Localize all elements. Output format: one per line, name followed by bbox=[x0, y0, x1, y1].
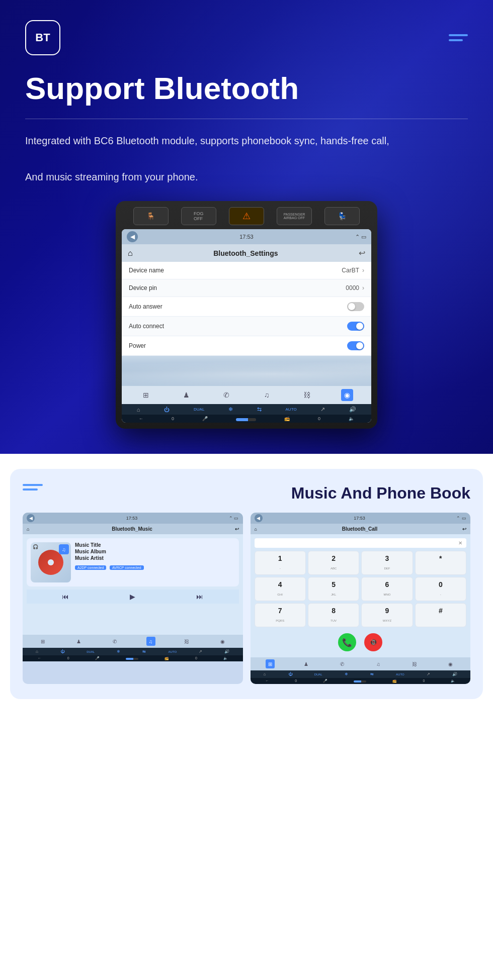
menu-icon[interactable] bbox=[449, 34, 468, 41]
mp-screens-row: ◀ 17:53 ⌃ ▭ ⌂ Bluetooth_Music ↩ 🎧 bbox=[23, 513, 470, 684]
pe-progress bbox=[354, 680, 366, 682]
back-arrow-icon[interactable]: ↩ bbox=[359, 248, 365, 258]
bottom-route-icon[interactable]: ↗ bbox=[320, 406, 325, 413]
nav-person-icon[interactable]: ♟ bbox=[180, 389, 192, 401]
mb-home[interactable]: ⌂ bbox=[36, 649, 38, 654]
headphone-icon: 🎧 bbox=[32, 543, 39, 550]
car-btn-5: 💺 bbox=[324, 207, 360, 225]
screen-back-btn[interactable]: ◀ bbox=[127, 231, 138, 242]
pb-vol[interactable]: 🔊 bbox=[452, 672, 457, 676]
mp-menu-line-2 bbox=[23, 488, 38, 491]
call-btn[interactable]: 📞 bbox=[338, 633, 356, 651]
bottom-snow-icon[interactable]: ❄ bbox=[228, 406, 233, 413]
next-btn[interactable]: ⏭ bbox=[196, 593, 203, 601]
phone-clear-btn[interactable]: ✕ bbox=[458, 540, 462, 546]
music-back-arrow[interactable]: ↩ bbox=[235, 526, 239, 532]
dial-key-7[interactable]: 7 PQRS bbox=[255, 603, 306, 627]
pb-power[interactable]: ⏻ bbox=[288, 672, 292, 676]
dial-key-1[interactable]: 1 - bbox=[255, 551, 306, 575]
dial-key-9[interactable]: 9 WXYZ bbox=[361, 603, 413, 627]
seat2-icon: 💺 bbox=[338, 212, 347, 220]
mn-music-icon[interactable]: ♫ bbox=[146, 637, 155, 646]
mb-route[interactable]: ↗ bbox=[199, 649, 202, 654]
pn-person-icon[interactable]: ♟ bbox=[302, 659, 311, 668]
mb-power[interactable]: ⏻ bbox=[60, 649, 64, 654]
prev-btn[interactable]: ⏮ bbox=[62, 593, 69, 601]
phone-home-icon: ⌂ bbox=[255, 527, 257, 532]
pn-link-icon[interactable]: ⛓ bbox=[410, 659, 419, 668]
device-pin-label: Device pin bbox=[129, 284, 157, 291]
mb-vol[interactable]: 🔊 bbox=[224, 649, 229, 654]
car-display: 🪑 FOGOFF ⚠ PASSENGERAIRBAG OFF 💺 bbox=[25, 201, 468, 429]
me-back[interactable]: ← bbox=[38, 656, 41, 660]
album-container: 🎧 ♫ bbox=[31, 542, 71, 582]
dial-key-hash[interactable]: # bbox=[415, 603, 466, 627]
dial-key-5[interactable]: 5 JKL bbox=[308, 577, 359, 601]
music-home-icon: ⌂ bbox=[27, 527, 29, 532]
nav-bluetooth-icon[interactable]: ◉ bbox=[341, 389, 353, 401]
nav-grid-icon[interactable]: ⊞ bbox=[140, 389, 152, 401]
mb-snow[interactable]: ❄ bbox=[117, 649, 120, 654]
bottom-arrows-icon[interactable]: ⇆ bbox=[257, 406, 262, 413]
menu-line-1 bbox=[449, 34, 468, 36]
pb-arrows[interactable]: ⇆ bbox=[370, 672, 374, 676]
nav-phone-icon[interactable]: ✆ bbox=[220, 389, 232, 401]
car-btn-1: 🪑 bbox=[133, 207, 169, 225]
pe-back[interactable]: ← bbox=[265, 679, 269, 683]
settings-row-device-name: Device name CarBT › bbox=[122, 262, 371, 279]
nav-link-icon[interactable]: ⛓ bbox=[301, 389, 313, 401]
phone-back-btn[interactable]: ◀ bbox=[255, 514, 263, 522]
music-artist-text: Music Artist bbox=[75, 555, 235, 561]
dial-key-8[interactable]: 8 TUV bbox=[308, 603, 359, 627]
auto-connect-toggle[interactable] bbox=[347, 322, 364, 331]
music-back-btn[interactable]: ◀ bbox=[27, 514, 35, 522]
pb-snow[interactable]: ❄ bbox=[345, 672, 348, 676]
music-note-badge: ♫ bbox=[59, 544, 69, 554]
play-btn[interactable]: ▶ bbox=[130, 593, 135, 601]
nav-music-icon[interactable]: ♫ bbox=[261, 389, 273, 401]
me-vol[interactable]: 🔈 bbox=[223, 656, 228, 660]
mn-phone-icon[interactable]: ✆ bbox=[110, 637, 119, 646]
end-call-btn[interactable]: 📵 bbox=[364, 633, 382, 651]
album-center bbox=[48, 560, 53, 565]
pn-phone-icon[interactable]: ✆ bbox=[338, 659, 347, 668]
pn-grid-icon[interactable]: ⊞ bbox=[266, 659, 275, 668]
b-back-icon[interactable]: ← bbox=[139, 416, 143, 421]
auto-answer-label: Auto answer bbox=[129, 303, 162, 310]
me-mic[interactable]: 🎤 bbox=[95, 656, 100, 660]
b-vol2-icon[interactable]: 🔈 bbox=[349, 416, 354, 421]
auto-answer-toggle[interactable] bbox=[347, 302, 364, 311]
power-toggle[interactable] bbox=[347, 341, 364, 350]
pb-route[interactable]: ↗ bbox=[427, 672, 430, 676]
phone-screen: ◀ 17:53 ⌃ ▭ ⌂ Bluetooth_Call ↩ ✕ 1 bbox=[251, 513, 471, 684]
pn-eye-icon[interactable]: ◉ bbox=[446, 659, 455, 668]
screen-bottom-bar: ⌂ ⏻ DUAL ❄ ⇆ AUTO ↗ 🔊 bbox=[122, 404, 371, 415]
music-extra-bar: ← 0 🎤 📻 0 🔈 bbox=[23, 655, 243, 661]
mn-eye-icon[interactable]: ◉ bbox=[218, 637, 227, 646]
dial-key-4[interactable]: 4 GHI bbox=[255, 577, 306, 601]
airbag-icon: PASSENGERAIRBAG OFF bbox=[284, 213, 305, 220]
dial-key-6[interactable]: 6 MNO bbox=[361, 577, 413, 601]
pe-mic[interactable]: 🎤 bbox=[323, 679, 327, 683]
mn-person-icon[interactable]: ♟ bbox=[74, 637, 83, 646]
phone-back-arrow[interactable]: ↩ bbox=[462, 526, 466, 532]
pb-dual: DUAL bbox=[314, 673, 322, 676]
pe-vol[interactable]: 🔈 bbox=[451, 679, 455, 683]
bottom-home-icon[interactable]: ⌂ bbox=[137, 407, 140, 413]
mp-menu-icon[interactable] bbox=[23, 484, 43, 491]
bottom-vol-icon[interactable]: 🔊 bbox=[349, 406, 356, 413]
menu-line-2 bbox=[449, 39, 463, 41]
power-label: Power bbox=[129, 342, 146, 349]
pb-home[interactable]: ⌂ bbox=[264, 672, 266, 676]
mn-grid-icon[interactable]: ⊞ bbox=[38, 637, 47, 646]
dial-key-3[interactable]: 3 DEF bbox=[361, 551, 413, 575]
pn-music-icon[interactable]: ♫ bbox=[374, 659, 383, 668]
music-bottom-bar: ⌂ ⏻ DUAL ❄ ⇆ AUTO ↗ 🔊 bbox=[23, 648, 243, 655]
mn-link-icon[interactable]: ⛓ bbox=[182, 637, 191, 646]
bottom-power-icon[interactable]: ⏻ bbox=[164, 407, 170, 413]
b-mic-icon[interactable]: 🎤 bbox=[202, 416, 208, 421]
dial-key-2[interactable]: 2 ABC bbox=[308, 551, 359, 575]
dial-key-0[interactable]: 0 - bbox=[415, 577, 466, 601]
mb-arrows[interactable]: ⇆ bbox=[142, 649, 146, 654]
dial-key-star[interactable]: * bbox=[415, 551, 466, 575]
